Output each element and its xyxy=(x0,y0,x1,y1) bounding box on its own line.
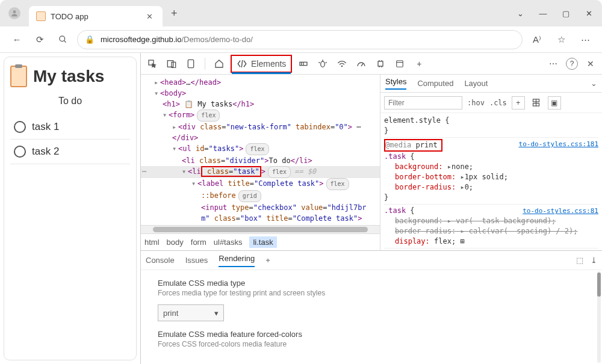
css-source-link[interactable]: to-do-styles.css:81 xyxy=(523,206,598,216)
new-style-rule-icon[interactable]: + xyxy=(512,96,525,110)
url-input[interactable]: 🔒 microsoftedge.github.io/Demos/demo-to-… xyxy=(77,30,523,49)
media-type-select[interactable]: print ▾ xyxy=(158,304,224,321)
home-icon[interactable] xyxy=(211,56,227,72)
dom-tree-panel: ▸<head>…</head> ▾<body> <h1> 📋 My tasks<… xyxy=(141,75,380,250)
tab-favicon xyxy=(36,11,46,21)
devtools-toolbar: Elements + ⋯ ? ✕ xyxy=(141,53,602,75)
dock-icon[interactable]: ⬚ xyxy=(576,256,583,265)
render-option-heading: Emulate CSS media feature forced-colors xyxy=(158,330,585,339)
url-path: /Demos/demo-to-do/ xyxy=(181,35,253,44)
dom-breadcrumb[interactable]: html body form ul#tasks li.task xyxy=(141,233,380,250)
svg-point-1 xyxy=(59,36,64,42)
styles-rules[interactable]: element.style { } to-do-styles.css:181 @… xyxy=(380,113,602,250)
devtools-panel: Elements + ⋯ ? ✕ ▸<head>…</head> ▾<body>… xyxy=(141,53,602,364)
chevron-down-icon[interactable]: ⌄ xyxy=(515,9,525,18)
elements-tab[interactable]: Elements xyxy=(231,55,292,73)
render-option-heading: Emulate CSS media type xyxy=(158,279,585,288)
drawer-tabs: Console Issues Rendering + ⬚ ⤓ xyxy=(141,251,602,270)
url-domain: microsoftedge.github.io xyxy=(101,35,181,44)
cls-toggle[interactable]: .cls xyxy=(489,99,507,107)
minimize-icon[interactable]: — xyxy=(538,9,548,18)
more-tools-icon[interactable]: ⋯ xyxy=(545,56,561,72)
page-heading: My tasks xyxy=(10,66,130,87)
inspect-icon[interactable] xyxy=(144,56,160,72)
clipboard-icon xyxy=(10,66,27,87)
hov-toggle[interactable]: :hov xyxy=(467,99,485,107)
tab-issues[interactable]: Issues xyxy=(185,256,208,265)
svg-point-14 xyxy=(342,66,343,66)
bug-icon[interactable] xyxy=(315,56,330,72)
task-checkbox[interactable] xyxy=(14,121,26,133)
task-row[interactable]: task 1 xyxy=(10,115,130,140)
back-button[interactable]: ← xyxy=(8,31,25,48)
browser-tab[interactable]: TODO app ✕ xyxy=(29,6,163,26)
memory-icon[interactable] xyxy=(373,56,388,72)
svg-rect-6 xyxy=(188,60,193,67)
vertical-scrollbar[interactable] xyxy=(597,271,601,363)
network-icon[interactable] xyxy=(296,56,311,72)
maximize-icon[interactable]: ▢ xyxy=(561,9,571,18)
application-icon[interactable] xyxy=(392,56,408,72)
profile-avatar[interactable] xyxy=(8,7,20,19)
close-icon[interactable]: ✕ xyxy=(144,12,155,21)
render-option-sub: Forces CSS forced-colors media feature xyxy=(158,340,585,348)
add-tab-icon[interactable]: + xyxy=(411,56,427,72)
browser-titlebar: TODO app ✕ + ⌄ — ▢ ✕ xyxy=(0,0,602,26)
flexbox-icon[interactable] xyxy=(530,96,543,110)
svg-point-0 xyxy=(13,10,16,13)
horizontal-scrollbar[interactable] xyxy=(141,225,380,233)
window-controls: ⌄ — ▢ ✕ xyxy=(515,9,602,18)
tablet-icon[interactable] xyxy=(183,56,199,72)
svg-line-15 xyxy=(361,63,363,66)
help-icon[interactable]: ? xyxy=(566,58,578,70)
lock-icon: 🔒 xyxy=(85,35,95,44)
search-icon[interactable] xyxy=(54,31,71,48)
page-subheading: To do xyxy=(10,96,130,106)
task-label: task 1 xyxy=(32,121,59,133)
svg-point-10 xyxy=(321,61,325,67)
devtools-drawer: Console Issues Rendering + ⬚ ⤓ Emulate C… xyxy=(141,250,602,364)
page-content: My tasks To do task 1 task 2 xyxy=(0,53,141,364)
tab-title: TODO app xyxy=(51,12,139,21)
read-aloud-icon[interactable]: A⁾ xyxy=(529,31,545,48)
svg-rect-21 xyxy=(397,60,403,67)
performance-icon[interactable] xyxy=(353,56,369,72)
tab-console[interactable]: Console xyxy=(146,256,175,265)
wifi-icon[interactable] xyxy=(334,56,350,72)
tab-computed[interactable]: Computed xyxy=(417,79,453,88)
css-source-link[interactable]: to-do-styles.css:181 xyxy=(519,139,598,149)
task-label: task 2 xyxy=(32,146,59,158)
svg-line-13 xyxy=(326,62,327,63)
toggle-icon[interactable]: ▣ xyxy=(548,96,561,110)
refresh-button[interactable]: ⟳ xyxy=(31,31,48,48)
chevron-down-icon[interactable]: ⌄ xyxy=(591,79,597,88)
add-drawer-tab-icon[interactable]: + xyxy=(265,256,270,265)
styles-filter-input[interactable] xyxy=(384,96,462,110)
svg-rect-4 xyxy=(167,60,173,67)
tab-styles[interactable]: Styles xyxy=(385,77,406,90)
styles-filter-bar: :hov .cls + ▣ xyxy=(380,93,602,113)
svg-rect-16 xyxy=(378,61,383,66)
more-icon[interactable]: ⋯ xyxy=(577,31,594,48)
task-checkbox[interactable] xyxy=(14,146,26,158)
favorite-icon[interactable]: ☆ xyxy=(553,31,569,48)
close-window-icon[interactable]: ✕ xyxy=(584,9,594,18)
new-tab-button[interactable]: + xyxy=(167,7,181,20)
rendering-panel: Emulate CSS media type Forces media type… xyxy=(141,270,602,364)
tab-layout[interactable]: Layout xyxy=(464,79,488,88)
expand-drawer-icon[interactable]: ⤓ xyxy=(591,256,597,265)
dom-tree[interactable]: ▸<head>…</head> ▾<body> <h1> 📋 My tasks<… xyxy=(141,75,380,225)
tab-rendering[interactable]: Rendering xyxy=(219,254,255,267)
render-option-sub: Forces media type for testing print and … xyxy=(158,289,585,297)
close-devtools-icon[interactable]: ✕ xyxy=(583,56,598,72)
styles-panel: Styles Computed Layout ⌄ :hov .cls + ▣ e… xyxy=(380,75,602,250)
address-bar: ← ⟳ 🔒 microsoftedge.github.io/Demos/demo… xyxy=(0,26,602,53)
svg-line-12 xyxy=(319,62,320,63)
task-row[interactable]: task 2 xyxy=(10,140,130,164)
chevron-down-icon: ▾ xyxy=(214,309,219,318)
styles-tabs: Styles Computed Layout ⌄ xyxy=(380,75,602,93)
device-icon[interactable] xyxy=(164,56,179,72)
selected-dom-node[interactable]: ⋯▾<li class="task">flex== $0 xyxy=(141,166,380,178)
svg-line-2 xyxy=(64,40,66,42)
